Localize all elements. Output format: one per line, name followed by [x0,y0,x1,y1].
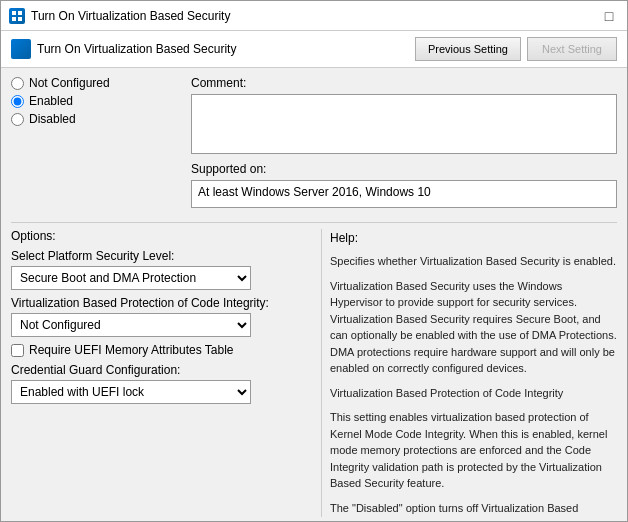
header-title: Turn On Virtualization Based Security [37,42,236,56]
uefi-checkbox-label: Require UEFI Memory Attributes Table [29,343,234,357]
title-bar-left: Turn On Virtualization Based Security [9,8,230,24]
content-area: Not Configured Enabled Disabled Comment:… [1,68,627,521]
radio-disabled-input[interactable] [11,113,24,126]
radio-not-configured-input[interactable] [11,77,24,90]
close-button[interactable]: □ [599,6,619,26]
radio-disabled[interactable]: Disabled [11,112,181,126]
previous-setting-button[interactable]: Previous Setting [415,37,521,61]
help-panel: Help: Specifies whether Virtualization B… [321,229,617,517]
header-icon [11,39,31,59]
two-panel: Options: Select Platform Security Level:… [11,229,617,517]
code-integrity-label: Virtualization Based Protection of Code … [11,296,313,310]
uefi-checkbox[interactable] [11,344,24,357]
radio-enabled-label: Enabled [29,94,73,108]
main-window: Turn On Virtualization Based Security □ … [0,0,628,522]
comment-label: Comment: [191,76,617,90]
supported-label: Supported on: [191,162,617,176]
radio-enabled-input[interactable] [11,95,24,108]
radio-disabled-label: Disabled [29,112,76,126]
svg-rect-2 [12,17,16,21]
platform-security-select[interactable]: Secure Boot only Secure Boot and DMA Pro… [11,266,251,290]
help-para-5: The "Disabled" option turns off Virtuali… [330,500,617,518]
options-title: Options: [11,229,313,243]
help-para-1: Specifies whether Virtualization Based S… [330,253,617,270]
help-title: Help: [330,229,617,247]
svg-rect-1 [18,11,22,15]
comment-textarea[interactable] [191,94,617,154]
svg-rect-0 [12,11,16,15]
help-text: Specifies whether Virtualization Based S… [330,253,617,517]
radio-panel: Not Configured Enabled Disabled [11,76,181,208]
next-setting-button[interactable]: Next Setting [527,37,617,61]
header-buttons: Previous Setting Next Setting [415,37,617,61]
code-integrity-select[interactable]: Not Configured Enabled without lock Enab… [11,313,251,337]
radio-enabled[interactable]: Enabled [11,94,181,108]
credential-guard-label: Credential Guard Configuration: [11,363,313,377]
title-label: Turn On Virtualization Based Security [31,9,230,23]
header-title-row: Turn On Virtualization Based Security [11,39,236,59]
options-panel: Options: Select Platform Security Level:… [11,229,321,517]
radio-not-configured-label: Not Configured [29,76,110,90]
help-para-3: Virtualization Based Protection of Code … [330,385,617,402]
help-para-2: Virtualization Based Security uses the W… [330,278,617,377]
help-para-4: This setting enables virtualization base… [330,409,617,492]
title-bar: Turn On Virtualization Based Security □ [1,1,627,31]
top-section: Not Configured Enabled Disabled Comment:… [11,76,617,208]
comment-panel: Comment: Supported on: At least Windows … [191,76,617,208]
window-icon [9,8,25,24]
header-bar: Turn On Virtualization Based Security Pr… [1,31,627,68]
divider [11,222,617,223]
platform-security-label: Select Platform Security Level: [11,249,313,263]
radio-not-configured[interactable]: Not Configured [11,76,181,90]
supported-value: At least Windows Server 2016, Windows 10 [191,180,617,208]
svg-rect-3 [18,17,22,21]
credential-guard-select[interactable]: Disabled Enabled with UEFI lock Enabled … [11,380,251,404]
uefi-checkbox-row[interactable]: Require UEFI Memory Attributes Table [11,343,313,357]
